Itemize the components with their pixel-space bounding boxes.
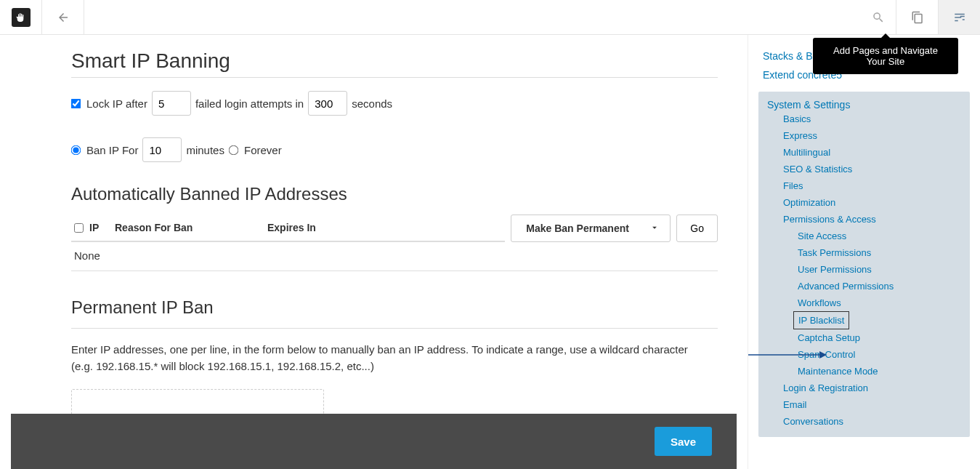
back-button[interactable] [42,0,84,34]
sidebar-item-site-access[interactable]: Site Access [793,228,965,244]
sidebar-group-system: System & Settings Basics Express Multili… [758,92,970,437]
sidebar-item-express[interactable]: Express [779,127,965,144]
search-button[interactable] [861,0,896,34]
ban-for-label: Ban IP For [86,144,138,156]
sidebar-item-ip-blacklist[interactable]: IP Blacklist [793,311,849,329]
sidebar-item-seo[interactable]: SEO & Statistics [779,161,965,177]
col-expires: Expires In [267,222,384,233]
forever-label: Forever [244,144,282,156]
sidebar-group-title[interactable]: System & Settings [763,96,854,113]
footer-bar: Save [11,414,737,469]
sidebar-item-user-permissions[interactable]: User Permissions [793,261,965,278]
sidebar-item-conversations[interactable]: Conversations [779,413,965,430]
ban-minutes-input[interactable] [142,137,182,162]
table-header: IP Reason For Ban Expires In [71,215,505,242]
topbar: Add Pages and Navigate Your Site [0,0,980,35]
arrow-left-icon [57,11,70,24]
sidebar-item-optimization[interactable]: Optimization [779,194,965,211]
sidebar-item-multilingual[interactable]: Multilingual [779,144,965,161]
sidebar-item-basics[interactable]: Basics [779,111,965,127]
ban-action-select[interactable]: Make Ban Permanent [511,215,671,242]
sidebar-item-workflows[interactable]: Workflows [793,294,965,311]
perm-ban-title: Permanent IP Ban [71,297,718,318]
chevron-down-icon [649,223,660,235]
page-title: Smart IP Banning [71,49,718,73]
save-button[interactable]: Save [655,427,712,456]
attempts-input[interactable] [152,91,191,116]
tooltip: Add Pages and Navigate Your Site [813,38,958,74]
sidebar-item-captcha[interactable]: Captcha Setup [793,329,965,346]
sidebar-item-adv-permissions[interactable]: Advanced Permissions [793,278,965,294]
lock-ip-label-3: seconds [352,97,392,110]
auto-banned-title: Automatically Banned IP Addresses [71,184,718,204]
col-reason: Reason For Ban [115,222,267,233]
lock-ip-label-2: failed login attempts in [195,97,304,110]
sidebar-item-spam[interactable]: Spam Control [793,346,965,363]
sliders-icon [953,11,966,24]
settings-button[interactable] [938,0,980,34]
pages-icon [911,11,924,24]
search-icon [872,11,885,24]
sidebar-item-files[interactable]: Files [779,177,965,194]
forever-radio[interactable] [229,145,239,155]
sidebar-item-task-permissions[interactable]: Task Permissions [793,244,965,261]
perm-ban-help: Enter IP addresses, one per line, in the… [71,342,696,374]
sidebar-item-email[interactable]: Email [779,396,965,413]
hand-icon [12,8,31,27]
sidebar: Stacks & Bl Extend concrete5 System & Se… [748,35,980,469]
select-all-checkbox[interactable] [74,223,84,233]
lock-ip-label-1: Lock IP after [86,97,147,110]
sidebar-item-permissions[interactable]: Permissions & Access [779,211,965,228]
sidebar-item-maintenance[interactable]: Maintenance Mode [793,363,965,380]
lock-ip-row: Lock IP after failed login attempts in s… [71,91,718,116]
go-button[interactable]: Go [676,215,718,242]
col-ip: IP [89,222,99,233]
minutes-label: minutes [186,144,224,156]
table-row-none: None [71,242,718,271]
main-content: Smart IP Banning Lock IP after failed lo… [0,35,748,469]
seconds-input[interactable] [308,91,347,116]
ban-for-radio[interactable] [71,145,81,155]
sidebar-item-login[interactable]: Login & Registration [779,380,965,396]
sitemap-button[interactable] [896,0,938,34]
ban-for-row: Ban IP For minutes Forever [71,137,718,162]
cms-logo[interactable] [0,0,42,34]
lock-ip-checkbox[interactable] [71,98,81,108]
